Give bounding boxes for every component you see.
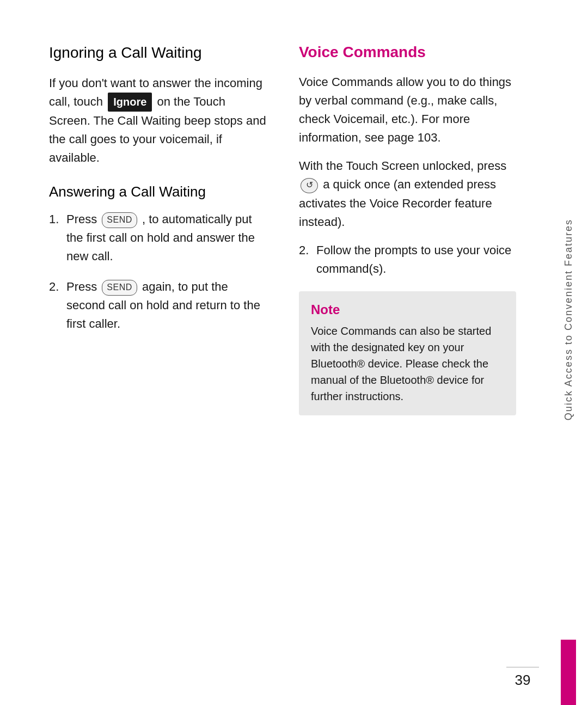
sidebar-accent-bar [561,640,576,705]
send-button-2: SEND [102,280,137,296]
voice-heading: Voice Commands [299,44,516,61]
sidebar-text-container: Quick Access to Convenient Features [563,0,574,640]
note-box: Note Voice Commands can also be started … [299,291,516,415]
list-content-2: Press SEND again, to put the second call… [66,278,266,333]
ignore-button-label: Ignore [108,93,152,112]
voice-command-icon: ↺ [301,178,318,193]
list-content-voice: Follow the prompts to use your voice com… [316,241,516,278]
voice-list: 2. Follow the prompts to use your voice … [299,241,516,278]
answering-list: 1. Press SEND , to automatically put the… [49,210,266,334]
list-item: 2. Press SEND again, to put the second c… [49,278,266,333]
list-content-1: Press SEND , to automatically put the fi… [66,210,266,266]
list-number-2: 2. [49,278,66,296]
note-text: Voice Commands can also be started with … [311,323,504,404]
para1-before: If you don't want to answer the incoming… [49,76,262,108]
page-divider [506,667,539,668]
para2-before: With the Touch Screen unlocked, press [299,159,506,173]
list-number-1: 1. [49,210,66,229]
left-column: Ignoring a Call Waiting If you don't wan… [49,44,266,672]
sidebar-label: Quick Access to Convenient Features [563,219,574,420]
list-number-voice: 2. [299,241,316,260]
ignoring-paragraph: If you don't want to answer the incoming… [49,74,266,167]
answering-heading: Answering a Call Waiting [49,183,266,200]
send-button-1: SEND [102,212,137,228]
ignoring-heading: Ignoring a Call Waiting [49,44,266,62]
sidebar: Quick Access to Convenient Features [549,0,588,705]
right-column: Voice Commands Voice Commands allow you … [299,44,516,672]
note-label: Note [311,302,504,317]
page-number-area: 39 [506,667,539,689]
voice-paragraph2: With the Touch Screen unlocked, press ↺ … [299,157,516,231]
para2-after: a quick once (an extended press activate… [299,177,496,228]
list-item: 2. Follow the prompts to use your voice … [299,241,516,278]
page-number: 39 [515,672,531,689]
list-item: 1. Press SEND , to automatically put the… [49,210,266,266]
voice-paragraph1: Voice Commands allow you to do things by… [299,73,516,147]
